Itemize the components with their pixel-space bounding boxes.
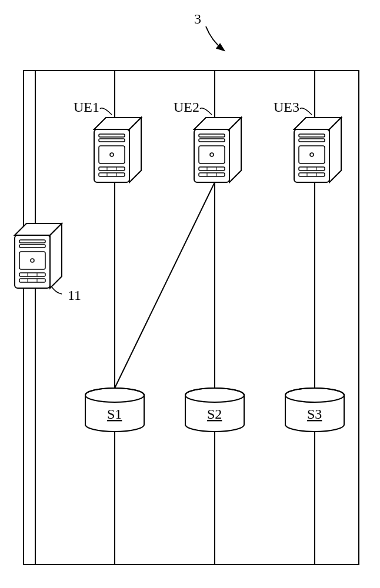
storage-s2: S2 [185, 388, 244, 432]
server-ue3: UE3 [274, 99, 341, 182]
figure-number-label: 3 [194, 11, 201, 26]
storage-s1: S1 [85, 388, 144, 432]
label-ue1: UE1 [74, 99, 99, 115]
label-ctrl: 11 [68, 288, 81, 303]
architecture-diagram: 3 UE1 UE2 UE3 11 S1 S2 [0, 0, 380, 588]
label-ue2: UE2 [174, 99, 199, 115]
server-ue2: UE2 [174, 99, 241, 182]
leader-ue1 [100, 108, 112, 115]
storage-s3: S3 [285, 388, 344, 432]
figure-pointer-arrow [206, 26, 224, 50]
label-s1: S1 [107, 406, 122, 422]
label-s2: S2 [207, 406, 222, 422]
leader-ctrl [52, 287, 62, 294]
leader-ue2 [200, 108, 212, 115]
label-ue3: UE3 [274, 99, 299, 115]
server-ctrl: 11 [15, 223, 81, 303]
link-ue2-s1 [115, 182, 215, 388]
leader-ue3 [300, 108, 312, 115]
label-s3: S3 [307, 406, 322, 422]
server-ue1: UE1 [74, 99, 141, 182]
